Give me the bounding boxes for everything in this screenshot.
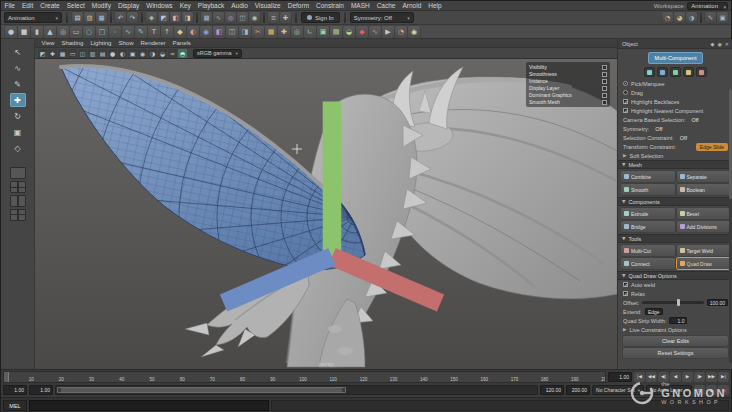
add-divisions-button[interactable]: Add Divisions (677, 221, 731, 232)
uv-mode-icon[interactable] (683, 67, 694, 77)
history-icon[interactable]: ≡ (268, 12, 279, 23)
shelf-playblast-icon[interactable]: ▶ (382, 26, 394, 38)
select-component-icon[interactable]: ◧ (170, 12, 181, 23)
shelf-poly-torus-icon[interactable]: ◎ (57, 26, 69, 38)
snap-curve-icon[interactable]: ∿ (213, 12, 224, 23)
shelf-pencil-curve-icon[interactable]: ✎ (135, 26, 147, 38)
menu-select[interactable]: Select (63, 1, 88, 11)
auto-weld-checkbox[interactable] (623, 282, 628, 287)
paint-select-tool[interactable]: ✎ (10, 77, 26, 91)
highlight-backfaces-checkbox[interactable] (623, 99, 628, 104)
snap-view-plane-icon[interactable]: ◫ (237, 12, 248, 23)
symmetry-row[interactable]: Symmetry: Off (618, 124, 732, 133)
offset-field[interactable]: 100.00 (707, 299, 728, 306)
shelf-multi-cut-icon[interactable]: ✂ (252, 26, 264, 38)
shelf-ik-handle-icon[interactable]: ∟ (304, 26, 316, 38)
menu-key[interactable]: Key (176, 1, 194, 11)
multi-mode-icon[interactable] (696, 67, 707, 77)
select-tool[interactable]: ↖ (10, 45, 26, 59)
panel-menu-lighting[interactable]: Lighting (87, 40, 115, 46)
shelf-bevel-icon[interactable]: ◆ (174, 26, 186, 38)
pick-marquee-radio[interactable] (623, 81, 628, 86)
section-components[interactable]: ▼Components (618, 197, 732, 206)
3d-view[interactable]: VisibilitySmoothnessInstanceDisplay Laye… (35, 59, 617, 369)
auto-key-icon[interactable]: ● (718, 385, 729, 395)
shelf-poly-cone-icon[interactable]: ▲ (44, 26, 56, 38)
menu-visualize[interactable]: Visualize (251, 1, 284, 11)
current-frame-marker[interactable] (4, 372, 9, 382)
extrude-button[interactable]: Extrude (621, 208, 675, 219)
drag-radio[interactable] (623, 90, 628, 95)
live-constraint-options-row[interactable]: ▶ Live Constraint Options (618, 325, 732, 334)
section-quad-draw-options[interactable]: ▼ Quad Draw Options (618, 271, 732, 280)
save-scene-icon[interactable]: ▦ (96, 12, 107, 23)
panel-menu-shading[interactable]: Shading (58, 40, 87, 46)
shelf-poly-sphere-icon[interactable]: ● (5, 26, 17, 38)
layout-single-pane[interactable] (10, 167, 26, 179)
paint-effects-icon[interactable]: ✎ (705, 12, 716, 23)
menu-arnold[interactable]: Arnold (399, 1, 425, 11)
shelf-nurbs-circle-icon[interactable]: ◦ (109, 26, 121, 38)
menu-playback[interactable]: Playback (194, 1, 227, 11)
shelf-nurbs-cube-icon[interactable]: □ (96, 26, 108, 38)
lasso-select-tool[interactable]: ∿ (10, 61, 26, 75)
target-weld-button[interactable]: Target Weld (677, 245, 731, 256)
sign-in-button[interactable]: Sign In (301, 12, 340, 23)
set-key-icon[interactable]: ◆ (706, 385, 717, 395)
multi-component-button[interactable]: Multi-Component (648, 52, 704, 64)
bridge-button[interactable]: Bridge (621, 221, 675, 232)
range-slider[interactable] (55, 385, 538, 395)
menu-constrain[interactable]: Constrain (313, 1, 348, 11)
playback-start-field[interactable]: 1.00 (29, 385, 53, 395)
rotate-tool[interactable]: ↻ (10, 109, 26, 123)
extend-select[interactable]: Edge (645, 308, 663, 315)
make-live-icon[interactable]: ◉ (249, 12, 260, 23)
playback-end-field[interactable]: 120.00 (540, 385, 564, 395)
redo-icon[interactable]: ↷ (127, 12, 138, 23)
go-to-start-button[interactable]: |◀ (634, 372, 645, 382)
menu-set-select[interactable]: Animation (4, 12, 62, 23)
toolkit-close-icon[interactable]: ✕ (725, 41, 729, 47)
anim-layer-select[interactable]: No Anim Layer (646, 385, 692, 395)
panel-menu-renderer[interactable]: Renderer (137, 40, 169, 46)
current-time-field[interactable]: 1.00 (608, 372, 632, 382)
shelf-mirror-icon[interactable]: ◧ (213, 26, 225, 38)
command-line-input[interactable] (29, 400, 269, 411)
shelf-light-icon[interactable]: ◉ (408, 26, 420, 38)
menu-mash[interactable]: MASH (347, 1, 373, 11)
ipr-render-icon[interactable]: ◕ (674, 12, 685, 23)
shelf-combine-icon[interactable]: ◫ (226, 26, 238, 38)
shelf-boolean-icon[interactable]: ◐ (187, 26, 199, 38)
symmetry-select[interactable]: Symmetry: Off (350, 12, 414, 23)
workspace-select[interactable]: Animation (687, 2, 728, 10)
vertex-mode-icon[interactable] (644, 67, 655, 77)
bevel-button[interactable]: Bevel (677, 208, 731, 219)
shelf-keyframe-icon[interactable]: ◆ (356, 26, 368, 38)
panel-menu-show[interactable]: Show (115, 40, 137, 46)
shelf-separate-icon[interactable]: ◨ (239, 26, 251, 38)
menu-windows[interactable]: Windows (143, 1, 176, 11)
shelf-poly-plane-icon[interactable]: ▭ (70, 26, 82, 38)
new-scene-icon[interactable]: ▤ (72, 12, 83, 23)
shelf-cluster-icon[interactable]: ◒ (343, 26, 355, 38)
sidebar-toggle-icon[interactable]: ▣ (717, 12, 728, 23)
menu-help[interactable]: Help (425, 1, 445, 11)
boolean-button[interactable]: Boolean (677, 184, 731, 195)
step-back-frame-button[interactable]: ◀◀ (646, 372, 657, 382)
menu-display[interactable]: Display (114, 1, 142, 11)
scale-tool[interactable]: ▣ (10, 125, 26, 139)
render-icon[interactable]: ◔ (662, 12, 673, 23)
section-mesh[interactable]: ▼Mesh (618, 160, 732, 169)
edge-slide-button[interactable]: Edge Slide (696, 143, 728, 151)
shelf-nurbs-sphere-icon[interactable]: ○ (83, 26, 95, 38)
selection-constraint-row[interactable]: Selection Constraint: Off (618, 133, 732, 142)
connect-button[interactable]: Connect (621, 258, 675, 269)
shelf-joint-icon[interactable]: ◎ (291, 26, 303, 38)
panel-menu-panels[interactable]: Panels (169, 40, 194, 46)
shelf-extrude-icon[interactable]: ↑ (161, 26, 173, 38)
shelf-skin-icon[interactable]: ▣ (317, 26, 329, 38)
menu-cache[interactable]: Cache (373, 1, 399, 11)
soft-selection-row[interactable]: ▶ Soft Selection (618, 151, 732, 160)
shelf-poly-cube-icon[interactable]: ■ (18, 26, 30, 38)
go-to-end-button[interactable]: ▶| (718, 372, 729, 382)
